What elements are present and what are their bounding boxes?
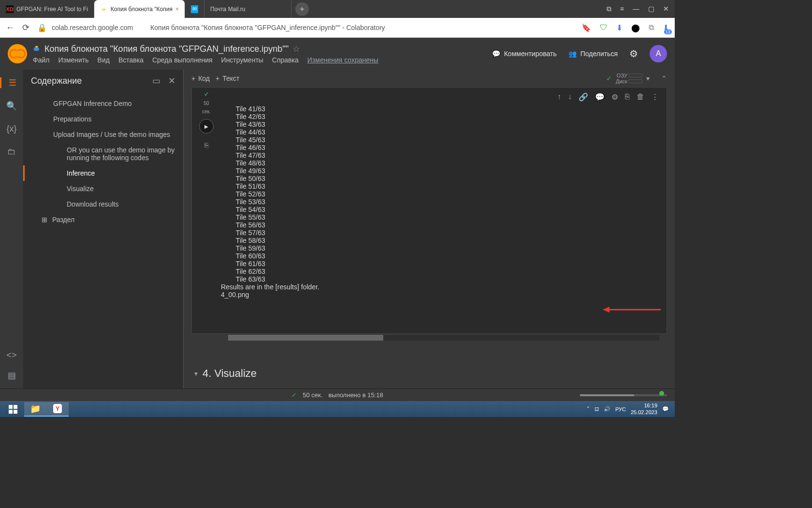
menu-help[interactable]: Справка [272,56,299,64]
files-rail-icon[interactable]: 🗀 [7,147,16,157]
tray-lang[interactable]: РУС [615,406,626,412]
toc-item[interactable]: GFPGAN Inference Demo [23,96,183,111]
toc-add-section[interactable]: ⊞ Раздел [23,212,183,227]
mirror-icon[interactable]: ⎘ [625,92,630,102]
annotation-arrow [603,305,661,314]
menu-insert[interactable]: Вставка [118,56,144,64]
chevron-up-icon[interactable]: ⌃ [661,75,667,82]
tray-clock[interactable]: 16:19 25.02.2023 [631,403,657,415]
browser-tab-2[interactable]: ✉ [185,0,204,18]
tab-title: Копия блокнота "Копия [111,6,173,13]
move-up-icon[interactable]: ↑ [557,92,561,102]
menu-view[interactable]: Вид [98,56,110,64]
toc-item-active[interactable]: Inference [23,165,183,181]
tray-sound-icon[interactable]: 🔊 [604,406,610,412]
close-icon[interactable]: × [175,6,179,13]
page-title-text: Копия блокнота "Копия блокнота "GFPGAN_i… [150,24,574,31]
tab-title: GFPGAN: Free AI Tool to Fi [16,6,88,13]
comment-button[interactable]: 💬 Комментировать [492,50,557,58]
avatar[interactable]: A [650,45,667,62]
left-rail: ☰ 🔍 {x} 🗀 <> ▤ [0,70,23,388]
downloads-icon[interactable]: ⬇13 [663,23,669,32]
code-rail-icon[interactable]: <> [6,350,16,360]
tab-view-icon[interactable]: ▭ [152,75,160,86]
star-icon[interactable]: ☆ [292,44,300,54]
link-icon[interactable]: 🔗 [579,92,588,102]
window-close-icon[interactable]: ✕ [663,5,669,13]
translate-ext-icon[interactable]: ⬇ [616,23,623,32]
add-text-button[interactable]: +Текст [216,75,239,82]
google-ext-icon[interactable]: ⬤ [631,23,640,32]
section-header[interactable]: ▾ 4. Visualize [184,359,675,388]
toc-item[interactable]: Upload Images / Use the demo images [23,127,183,142]
tray-notifications-icon[interactable]: 💬 [662,406,669,412]
cell-output[interactable]: Tile 41/63 Tile 42/63 Tile 43/63 Tile 44… [221,88,667,333]
close-sidebar-icon[interactable]: ✕ [168,75,175,86]
tray-up-icon[interactable]: ˄ [587,406,590,412]
browser-tab-3[interactable]: Почта Mail.ru [204,0,291,18]
horizontal-scrollbar[interactable] [228,335,659,341]
vars-rail-icon[interactable]: {x} [6,124,16,134]
exec-time-value: 50 [203,101,209,106]
lock-icon: 🔒 [37,23,47,32]
comment-icon: 💬 [492,50,500,58]
save-status: Изменения сохранены [307,56,378,64]
chevron-down-icon: ▾ [194,370,198,377]
url-text[interactable]: colab.research.google.com [52,24,133,31]
tab-favicon: ∞ [100,5,108,13]
menu-runtime[interactable]: Среда выполнения [152,56,213,64]
browser-tab-0[interactable]: XD GFPGAN: Free AI Tool to Fi [0,0,94,18]
document-title[interactable]: Копия блокнота "Копия блокнота "GFPGAN_i… [44,44,289,54]
toc-rail-icon[interactable]: ☰ [0,77,23,88]
back-button[interactable]: ← [6,23,14,33]
svg-rect-5 [14,410,17,414]
toc-item[interactable]: Visualize [23,181,183,196]
bookmark-all-icon[interactable]: ⧉ [607,5,611,13]
browser-tab-1[interactable]: ∞ Копия блокнота "Копия × [94,0,185,18]
menu-edit[interactable]: Изменить [58,56,88,64]
toc-item[interactable]: Download results [23,196,183,212]
terminal-rail-icon[interactable]: ▤ [8,370,16,381]
tab-favicon: ✉ [191,5,198,13]
move-down-icon[interactable]: ↓ [568,92,572,102]
progress-bar [580,394,667,396]
plus-icon: + [191,75,195,82]
menu-tools[interactable]: Инструменты [221,56,263,64]
browser-menu-icon[interactable]: ≡ [620,5,624,13]
menu-file[interactable]: Файл [33,56,49,64]
comment-icon[interactable]: 💬 [595,92,605,102]
search-rail-icon[interactable]: 🔍 [6,101,17,111]
delete-icon[interactable]: 🗑 [637,92,644,102]
chevron-down-icon[interactable]: ▾ [646,75,650,82]
gear-icon[interactable]: ⚙ [611,92,618,102]
start-button[interactable] [2,402,24,417]
tray-cloud-icon[interactable]: ⊡ [594,406,599,412]
window-minimize-icon[interactable]: — [633,5,639,13]
share-button[interactable]: 👥 Поделиться [568,50,618,58]
colab-logo[interactable] [8,44,27,63]
gear-icon[interactable]: ⚙ [629,48,638,60]
browser-tab-strip: XD GFPGAN: Free AI Tool to Fi ∞ Копия бл… [0,0,675,18]
taskbar-explorer[interactable]: 📁 [24,402,46,417]
plus-icon: ⊞ [42,216,47,224]
reload-button[interactable]: ⟳ [22,22,29,33]
toc-item[interactable]: OR you can use the demo image by running… [23,142,183,165]
toc-sidebar: Содержание ▭ ✕ GFPGAN Inference Demo Pre… [23,70,184,388]
add-code-button[interactable]: +Код [191,75,210,82]
resource-indicator[interactable]: ОЗУ Диск [616,73,642,84]
plus-icon: + [216,75,219,82]
new-tab-button[interactable]: + [295,2,309,16]
exec-time-unit: сек. [202,109,211,114]
cell-action-bar: ↑ ↓ 🔗 💬 ⚙ ⎘ 🗑 ⋮ [554,90,662,104]
sidebar-title: Содержание [31,76,82,86]
status-dot-icon [659,391,664,396]
taskbar-browser[interactable]: Y [46,402,69,417]
bookmark-icon[interactable]: 🔖 [581,23,591,32]
collections-icon[interactable]: ⧉ [649,23,654,32]
toc-item[interactable]: Preparations [23,111,183,127]
shield-ext-icon[interactable]: 🛡 [600,23,608,32]
window-maximize-icon[interactable]: ▢ [648,5,654,13]
run-cell-button[interactable]: ▶ [199,119,214,134]
more-icon[interactable]: ⋮ [651,92,659,102]
clear-output-icon[interactable]: ⎘ [204,141,208,149]
